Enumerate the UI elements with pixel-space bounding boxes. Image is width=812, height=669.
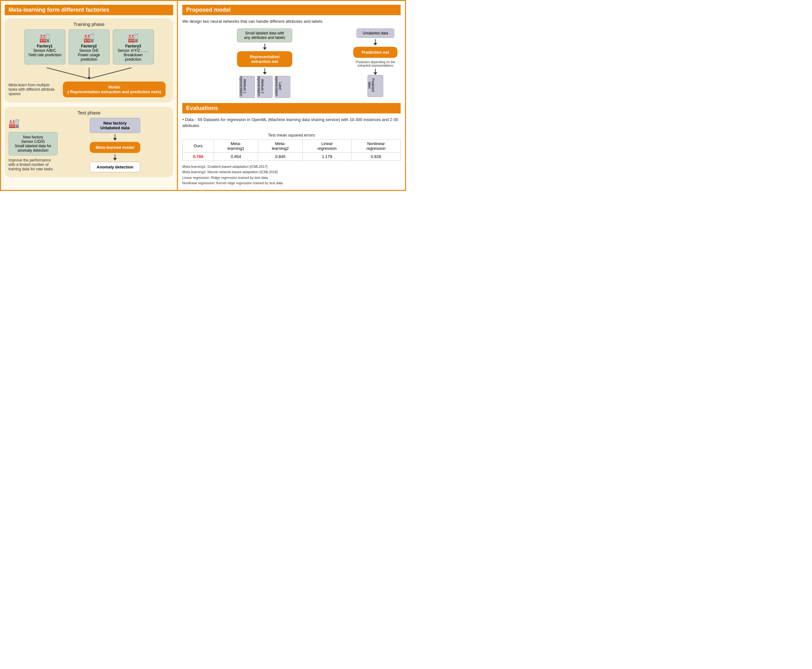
factory1-box: 🏭 Factory1 Sensor A/B/C Yield rate predi… xyxy=(24,29,65,64)
test-right: New factory Unlabeled data Meta-learned … xyxy=(60,118,169,172)
factory2-task: Power usage prediction xyxy=(72,53,106,62)
svg-line-0 xyxy=(47,67,89,79)
proposed-title: Proposed model xyxy=(182,5,401,15)
th-ml2: Meta-learning2 xyxy=(258,140,303,152)
results-table: Ours Meta-learning1 Meta-learning2 Linea… xyxy=(182,140,401,161)
proposed-left: Small labeled data with any attributes a… xyxy=(182,29,347,98)
eval-desc-text: • Data：59 Datasets for regression in Ope… xyxy=(182,117,398,128)
new-factory-sensor-box: New factory Sensor C/D/G Small labeled d… xyxy=(8,132,57,155)
proposed-right: Unlabeled data Prediction net Prediction… xyxy=(350,29,401,97)
ub-line2: Unlabeled data xyxy=(94,126,136,130)
left-panel: Meta-learning form different factories T… xyxy=(1,1,178,190)
td-lr: 1.179 xyxy=(303,152,352,161)
test-lower: 🏭 New factory Sensor C/D/G Small labeled… xyxy=(8,118,169,172)
test-phase-label: Test phase xyxy=(8,110,169,115)
nf-line2: Sensor C/D/G xyxy=(12,140,54,144)
training-model-box: Model ( Representation extraction and pr… xyxy=(63,82,165,97)
arrow-to-anomaly xyxy=(113,154,117,161)
td-nlr: 0.828 xyxy=(352,152,401,161)
sl-line1: Small labeled data with xyxy=(240,31,289,35)
nf-line3: Small labeled data for anomaly detection xyxy=(12,144,54,153)
td-ml1: 0.854 xyxy=(213,152,258,161)
arrow-to-repr xyxy=(263,44,267,50)
footnote-2: Meta-learning2: Neural network-based ada… xyxy=(182,170,401,175)
eval-desc: • Data：59 Datasets for regression in Ope… xyxy=(182,117,401,129)
td-ours: 0.788 xyxy=(183,152,214,161)
factory2-name: Factory2 xyxy=(72,44,106,48)
factory1-sensors: Sensor A/B/C xyxy=(28,48,62,53)
th-ml1: Meta-learning1 xyxy=(213,140,258,152)
unlabeled-box: New factory Unlabeled data xyxy=(90,118,140,133)
proposed-desc: We design two neural networks that can h… xyxy=(182,18,401,25)
arrow-to-pred xyxy=(374,39,377,45)
nf-line1: New factory xyxy=(12,135,54,140)
th-ours: Ours xyxy=(183,140,214,152)
evaluations-title: Evaluations xyxy=(182,103,401,113)
test-left: 🏭 New factory Sensor C/D/G Small labeled… xyxy=(8,118,57,171)
arrow-to-pred-label xyxy=(374,69,377,75)
test-factory-icon: 🏭 xyxy=(8,118,20,128)
pred-note: Prediction depending on the extracted re… xyxy=(353,61,398,67)
factory2-icon: 🏭 xyxy=(72,32,106,43)
footnotes: Meta-learning1: Gradient-based adaptatio… xyxy=(182,164,401,186)
training-box: Training phase 🏭 Factory1 Sensor A/B/C Y… xyxy=(5,18,173,103)
th-lr: Linearregression xyxy=(303,140,352,152)
td-ml2: 0.845 xyxy=(258,152,303,161)
footnote-1: Meta-learning1: Gradient-based adaptatio… xyxy=(182,164,401,170)
footnote-3: Linear regression: Ridge regression trai… xyxy=(182,175,401,181)
factories-row: 🏭 Factory1 Sensor A/B/C Yield rate predi… xyxy=(8,29,169,64)
factory2-box: 🏭 Factory2 Sensor D/E Power usage predic… xyxy=(69,29,110,64)
anomaly-box: Anomaly detection xyxy=(90,162,140,172)
footnote-4: Nonlinear regression: Kernel ridge regre… xyxy=(182,180,401,186)
factory2-sensors: Sensor D/E xyxy=(72,48,106,53)
factory1-icon: 🏭 xyxy=(28,32,62,43)
sl-line2: any attributes and labels xyxy=(240,35,289,40)
arrow-to-meta xyxy=(113,134,117,141)
table-header-row: Ours Meta-learning1 Meta-learning2 Linea… xyxy=(183,140,401,152)
ub-line1: New factory xyxy=(94,121,136,126)
training-arrows-svg xyxy=(26,67,152,80)
improve-text: Improve the performance with a limited n… xyxy=(8,158,57,171)
pred-net-box: Prediction net xyxy=(353,47,398,58)
factory1-name: Factory1 xyxy=(28,44,62,48)
svg-line-2 xyxy=(89,67,132,79)
unlabeled-data-box: Unlabeled data xyxy=(356,29,394,38)
factory3-task: Breakdown prediction xyxy=(116,53,150,62)
right-panel: Proposed model We design two neural netw… xyxy=(178,1,405,190)
arrow-to-repr-outputs xyxy=(263,68,267,75)
factory3-icon: 🏭 xyxy=(116,32,150,43)
main-container: Meta-learning form different factories T… xyxy=(0,0,406,191)
training-phase-label: Training phase xyxy=(8,22,169,27)
th-nlr: Nonlinearregression xyxy=(352,140,401,152)
repr-output-2: Attribute 2 representation xyxy=(257,76,273,98)
model-label-line1: Model xyxy=(67,85,161,89)
table-data-row: 0.788 0.854 0.845 1.179 0.828 xyxy=(183,152,401,161)
left-panel-title: Meta-learning form different factories xyxy=(5,5,173,15)
model-label-line2: ( Representation extraction and predicti… xyxy=(67,89,161,94)
proposed-diagram: Small labeled data with any attributes a… xyxy=(182,29,401,98)
factory3-sensors: Sensor X/Y/Z …… xyxy=(116,48,150,53)
factory3-name: Factory3 xyxy=(116,44,150,48)
meta-learn-text: Meta-learn from multiple tasks with diff… xyxy=(8,83,56,96)
repr-output-3: Label representation xyxy=(275,76,290,98)
training-lower: Meta-learn from multiple tasks with diff… xyxy=(8,82,169,97)
small-labeled-box: Small labeled data with any attributes a… xyxy=(237,29,292,42)
table-title: Test mean squared errors xyxy=(182,133,401,138)
factory3-box: 🏭 Factory3 Sensor X/Y/Z …… Breakdown pre… xyxy=(113,29,154,64)
test-box: Test phase 🏭 New factory Sensor C/D/G Sm… xyxy=(5,107,173,177)
predicted-label-box: Predicted label xyxy=(367,75,383,97)
repr-net-box: Representation extraction net xyxy=(237,51,292,67)
factory1-task: Yield rate prediction xyxy=(28,53,62,57)
meta-learned-box: Meta-learned model xyxy=(90,142,140,153)
repr-output-1: Attribute 1 representation xyxy=(239,76,255,98)
repr-outputs: Attribute 1 representation Attribute 2 r… xyxy=(239,76,290,98)
